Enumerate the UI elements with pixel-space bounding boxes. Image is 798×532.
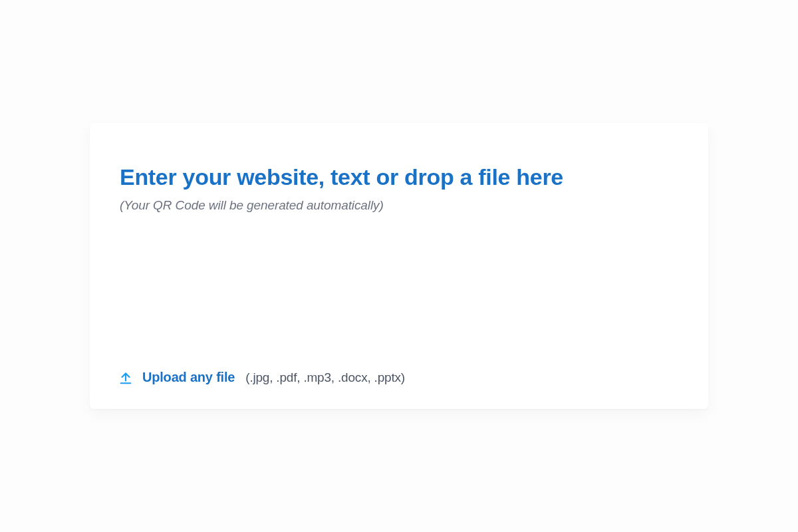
input-placeholder-subtitle: (Your QR Code will be generated automati… [120, 198, 678, 213]
content-input-area[interactable]: Enter your website, text or drop a file … [120, 163, 678, 362]
upload-file-hint: (.jpg, .pdf, .mp3, .docx, .pptx) [245, 370, 405, 385]
upload-file-button[interactable]: Upload any file (.jpg, .pdf, .mp3, .docx… [120, 362, 678, 389]
input-placeholder-title: Enter your website, text or drop a file … [120, 163, 678, 192]
qr-input-card: Enter your website, text or drop a file … [90, 123, 708, 409]
upload-icon [118, 370, 133, 385]
upload-file-label: Upload any file [142, 370, 235, 385]
